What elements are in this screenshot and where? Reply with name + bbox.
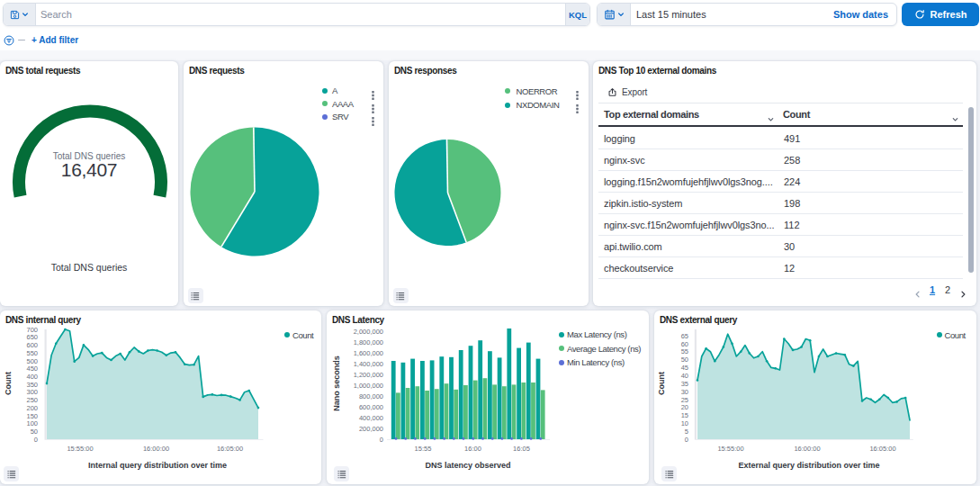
svg-text:0: 0: [685, 436, 688, 444]
svg-text:550: 550: [26, 349, 38, 357]
svg-text:300: 300: [26, 388, 38, 396]
svg-text:350: 350: [26, 381, 38, 389]
svg-text:250: 250: [26, 396, 38, 404]
svg-text:16:05:00: 16:05:00: [869, 445, 895, 453]
svg-text:16:05:00: 16:05:00: [217, 445, 243, 453]
svg-text:400: 400: [26, 373, 38, 381]
svg-text:1,200,000: 1,200,000: [354, 371, 383, 379]
svg-text:55: 55: [681, 347, 688, 356]
svg-text:1,400,000: 1,400,000: [354, 360, 383, 368]
svg-text:50: 50: [681, 356, 688, 364]
svg-text:16:00:00: 16:00:00: [143, 445, 169, 453]
svg-text:40: 40: [681, 372, 688, 380]
svg-text:External query distribution ov: External query distribution over time: [738, 461, 879, 470]
svg-text:16:05: 16:05: [513, 445, 530, 453]
svg-text:Count: Count: [657, 372, 666, 395]
svg-text:1,800,000: 1,800,000: [354, 338, 383, 346]
svg-text:600,000: 600,000: [359, 403, 383, 411]
svg-text:800,000: 800,000: [359, 392, 383, 400]
svg-text:15: 15: [681, 411, 688, 419]
svg-text:600: 600: [26, 341, 38, 349]
svg-text:100: 100: [26, 419, 38, 428]
svg-text:Internal query distribution ov: Internal query distribution over time: [88, 461, 227, 470]
svg-text:DNS latency observed: DNS latency observed: [425, 461, 510, 470]
svg-text:16:00: 16:00: [464, 445, 481, 453]
svg-text:15:55:00: 15:55:00: [67, 445, 93, 453]
svg-text:150: 150: [26, 412, 38, 420]
svg-text:Count: Count: [4, 372, 13, 395]
svg-text:200: 200: [26, 404, 38, 412]
svg-text:30: 30: [681, 388, 688, 396]
svg-text:200,000: 200,000: [359, 425, 383, 433]
svg-text:0: 0: [380, 436, 383, 444]
svg-text:0: 0: [34, 436, 38, 444]
svg-text:500: 500: [26, 357, 38, 365]
svg-text:15:55:00: 15:55:00: [717, 445, 743, 453]
svg-text:1,000,000: 1,000,000: [354, 382, 383, 390]
svg-text:35: 35: [681, 380, 688, 388]
svg-text:2,000,000: 2,000,000: [354, 328, 383, 336]
svg-text:450: 450: [26, 364, 38, 373]
svg-text:5: 5: [685, 428, 688, 436]
svg-text:1,600,000: 1,600,000: [354, 349, 383, 357]
svg-text:20: 20: [681, 403, 688, 411]
svg-text:650: 650: [26, 333, 38, 341]
svg-text:25: 25: [681, 396, 688, 404]
svg-text:65: 65: [681, 332, 688, 340]
svg-text:10: 10: [681, 419, 688, 428]
svg-text:Nano seconds: Nano seconds: [332, 356, 341, 411]
svg-text:700: 700: [26, 326, 38, 334]
svg-text:16:00:00: 16:00:00: [794, 445, 820, 453]
svg-text:400,000: 400,000: [359, 414, 383, 422]
svg-text:45: 45: [681, 364, 688, 372]
svg-text:50: 50: [31, 428, 38, 436]
svg-text:15:55: 15:55: [415, 445, 432, 453]
svg-text:60: 60: [681, 340, 688, 348]
